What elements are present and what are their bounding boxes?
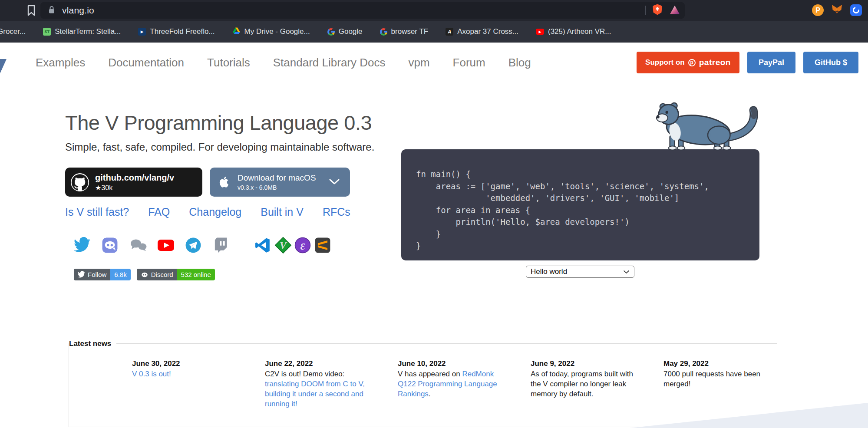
- vscode-icon[interactable]: [254, 237, 271, 254]
- news-item: June 22, 2022 C2V is out! Demo video: tr…: [265, 359, 371, 409]
- discord-online-badge[interactable]: Discord 532 online: [137, 269, 215, 280]
- bookmark-item[interactable]: ST StellarTerm: Stella...: [43, 27, 121, 36]
- news-text: 7000 pull requests have been merged!: [663, 370, 760, 388]
- macos-version: v0.3.x - 6.0MB: [238, 184, 316, 191]
- threefold-favicon: ▶: [138, 28, 146, 36]
- example-selector[interactable]: Hello world: [526, 266, 634, 278]
- twitter-icon[interactable]: [74, 237, 90, 254]
- twitch-icon[interactable]: [213, 237, 229, 254]
- bookmark-item[interactable]: A Axopar 37 Cross...: [446, 27, 518, 36]
- github-sponsor-button[interactable]: GitHub $: [803, 52, 858, 73]
- bookmark-item[interactable]: Grocer...: [0, 27, 26, 36]
- link-is-v-still-fast[interactable]: Is V still fast?: [65, 206, 129, 218]
- discord-count: 532 online: [177, 269, 215, 280]
- chat-icon[interactable]: [129, 237, 146, 254]
- macos-button-label: Download for macOS: [238, 173, 316, 183]
- news-date: May 29, 2022: [663, 359, 770, 369]
- news-item: June 10, 2022 V has appeared on RedMonk …: [398, 359, 504, 409]
- bookmark-label: ThreeFold Freeflo...: [150, 27, 215, 36]
- nav-blog[interactable]: Blog: [508, 56, 531, 69]
- brave-shield-icon[interactable]: [652, 3, 663, 17]
- sublime-icon[interactable]: [314, 237, 331, 254]
- v-mascot-image: [650, 97, 762, 153]
- github-repo-button[interactable]: github.com/vlang/v ★30k: [65, 168, 202, 197]
- bookmarks-bar: Grocer... ST StellarTerm: Stella... ▶ Th…: [0, 21, 868, 43]
- extension-polkadot-icon[interactable]: P: [812, 4, 824, 16]
- bookmark-item[interactable]: browser TF: [380, 27, 429, 36]
- link-faq[interactable]: FAQ: [148, 206, 170, 218]
- emacs-icon[interactable]: ε: [294, 237, 311, 254]
- brave-rewards-icon[interactable]: [669, 4, 680, 17]
- news-text: .: [429, 390, 431, 398]
- bookmark-item[interactable]: Google: [327, 27, 363, 36]
- nav-documentation[interactable]: Documentation: [108, 56, 184, 69]
- paypal-button[interactable]: PayPal: [747, 52, 795, 73]
- bookmark-icon[interactable]: [26, 4, 36, 18]
- news-text: As of today, programs built with the V c…: [531, 370, 633, 398]
- news-date: June 10, 2022: [398, 359, 504, 369]
- vim-icon[interactable]: V: [274, 237, 291, 254]
- nav-tutorials[interactable]: Tutorials: [207, 56, 250, 69]
- svg-text:V: V: [280, 240, 287, 251]
- github-stars: ★30k: [95, 184, 174, 192]
- news-date: June 30, 2022: [132, 359, 238, 369]
- latest-news-label: Latest news: [69, 339, 116, 348]
- news-link[interactable]: V 0.3 is out!: [132, 370, 171, 378]
- patreon-button[interactable]: Support on p patreon: [637, 52, 739, 73]
- bookmark-label: Google: [339, 27, 363, 36]
- follow-label: Follow: [88, 271, 106, 278]
- browser-topbar: vlang.io P: [0, 0, 868, 21]
- download-macos-button[interactable]: Download for macOS v0.3.x - 6.0MB: [210, 168, 350, 197]
- nav-examples[interactable]: Examples: [36, 56, 85, 69]
- link-rfcs[interactable]: RFCs: [323, 206, 350, 218]
- code-example: fn main() { areas := ['game', 'web', 'to…: [401, 149, 759, 252]
- example-selected-value: Hello world: [531, 267, 567, 276]
- nav-forum[interactable]: Forum: [453, 56, 485, 69]
- site-navbar: Examples Documentation Tutorials Standar…: [0, 43, 868, 82]
- bookmark-label: Axopar 37 Cross...: [457, 27, 518, 36]
- lock-icon: [48, 6, 55, 16]
- youtube-favicon: ▶: [536, 29, 544, 35]
- divider: [645, 6, 646, 15]
- youtube-icon[interactable]: [157, 237, 174, 254]
- extension-wallet-icon[interactable]: [850, 4, 862, 16]
- url-bar[interactable]: vlang.io: [40, 2, 685, 19]
- news-item: June 9, 2022 As of today, programs built…: [531, 359, 637, 409]
- google-favicon: [327, 28, 335, 36]
- url-text: vlang.io: [62, 5, 94, 16]
- discord-icon[interactable]: [102, 237, 118, 254]
- twitter-bird-icon: [78, 271, 85, 278]
- news-link[interactable]: translating DOOM from C to V, building i…: [265, 380, 365, 408]
- v-logo[interactable]: [0, 59, 7, 78]
- news-item: May 29, 2022 7000 pull requests have bee…: [663, 359, 770, 409]
- patreon-icon: p: [688, 59, 696, 66]
- telegram-icon[interactable]: [185, 237, 201, 254]
- bookmark-item[interactable]: My Drive - Google...: [232, 27, 310, 37]
- latest-news-section: Latest news June 30, 2022 V 0.3 is out! …: [69, 343, 777, 427]
- bookmark-label: My Drive - Google...: [244, 27, 310, 36]
- news-date: June 9, 2022: [531, 359, 637, 369]
- google-drive-favicon: [232, 27, 241, 37]
- twitter-follow-badge[interactable]: Follow 6.8k: [74, 269, 131, 280]
- bookmark-item[interactable]: ▶ (325) Artheon VR...: [536, 27, 611, 36]
- page-subtitle: Simple, fast, safe, compiled. For develo…: [65, 141, 374, 153]
- nav-stdlib-docs[interactable]: Standard Library Docs: [273, 56, 386, 69]
- nav-vpm[interactable]: vpm: [408, 56, 429, 69]
- news-text: V has appeared on: [398, 370, 462, 378]
- patreon-button-label: Support on: [645, 58, 685, 67]
- bookmark-label: Grocer...: [0, 27, 26, 36]
- discord-label: Discord: [151, 271, 173, 278]
- google-favicon: [380, 28, 387, 36]
- bookmark-item[interactable]: ▶ ThreeFold Freeflo...: [138, 27, 215, 36]
- github-icon: [71, 173, 89, 191]
- news-item: June 30, 2022 V 0.3 is out!: [132, 359, 238, 409]
- news-date: June 22, 2022: [265, 359, 371, 369]
- link-changelog[interactable]: Changelog: [189, 206, 241, 218]
- link-built-in-v[interactable]: Built in V: [261, 206, 304, 218]
- extension-metamask-icon[interactable]: [831, 4, 843, 16]
- code-example-card: fn main() { areas := ['game', 'web', 'to…: [401, 149, 759, 260]
- bookmark-label: browser TF: [391, 27, 429, 36]
- follow-count: 6.8k: [110, 269, 130, 280]
- chevron-down-icon: [329, 178, 340, 186]
- axopar-favicon: A: [446, 28, 453, 36]
